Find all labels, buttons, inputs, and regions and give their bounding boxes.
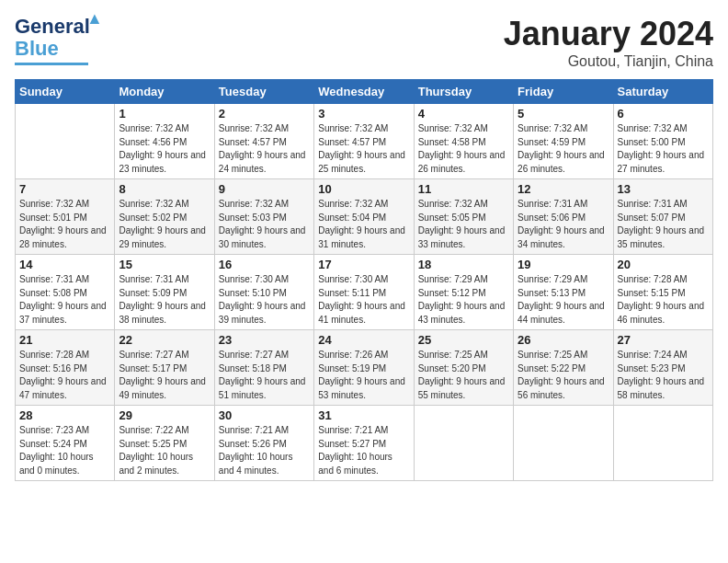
day-info: Sunrise: 7:32 AM Sunset: 5:03 PM Dayligh… [219,198,310,251]
day-cell: 10Sunrise: 7:32 AM Sunset: 5:04 PM Dayli… [314,179,414,255]
day-cell: 27Sunrise: 7:24 AM Sunset: 5:23 PM Dayli… [613,330,712,406]
day-number: 6 [618,107,709,121]
day-cell [514,406,613,481]
column-header-tuesday: Tuesday [214,80,313,104]
day-cell [414,406,513,481]
day-number: 16 [219,258,310,271]
day-info: Sunrise: 7:27 AM Sunset: 5:18 PM Dayligh… [219,349,310,402]
day-number: 27 [618,333,709,347]
day-info: Sunrise: 7:30 AM Sunset: 5:11 PM Dayligh… [318,273,409,327]
day-cell: 14Sunrise: 7:31 AM Sunset: 5:08 PM Dayli… [16,255,115,330]
day-number: 4 [418,107,509,121]
day-info: Sunrise: 7:32 AM Sunset: 4:58 PM Dayligh… [418,122,509,176]
day-info: Sunrise: 7:32 AM Sunset: 4:57 PM Dayligh… [219,122,310,176]
column-header-sunday: Sunday [16,80,115,104]
day-cell: 3Sunrise: 7:32 AM Sunset: 4:57 PM Daylig… [314,104,414,179]
day-info: Sunrise: 7:30 AM Sunset: 5:10 PM Dayligh… [219,273,310,327]
day-number: 20 [618,258,709,271]
day-number: 1 [119,107,210,121]
day-info: Sunrise: 7:29 AM Sunset: 5:12 PM Dayligh… [418,273,509,327]
day-number: 7 [19,182,110,196]
location: Goutou, Tianjin, China [504,53,713,70]
day-cell: 11Sunrise: 7:32 AM Sunset: 5:05 PM Dayli… [414,179,513,255]
column-header-wednesday: Wednesday [314,80,414,104]
day-cell: 17Sunrise: 7:30 AM Sunset: 5:11 PM Dayli… [314,255,414,330]
header: General ▲ Blue January 2024 Goutou, Tian… [15,15,713,70]
day-cell: 5Sunrise: 7:32 AM Sunset: 4:59 PM Daylig… [514,104,613,179]
day-info: Sunrise: 7:31 AM Sunset: 5:06 PM Dayligh… [518,198,609,251]
day-info: Sunrise: 7:32 AM Sunset: 5:05 PM Dayligh… [418,198,509,251]
day-number: 22 [119,333,210,347]
week-row-2: 7Sunrise: 7:32 AM Sunset: 5:01 PM Daylig… [16,179,713,255]
column-header-thursday: Thursday [414,80,513,104]
logo-underline [15,63,88,65]
day-info: Sunrise: 7:32 AM Sunset: 5:01 PM Dayligh… [19,198,110,251]
week-row-4: 21Sunrise: 7:28 AM Sunset: 5:16 PM Dayli… [16,330,713,406]
day-number: 18 [418,258,509,271]
day-cell: 21Sunrise: 7:28 AM Sunset: 5:16 PM Dayli… [16,330,115,406]
day-number: 31 [318,408,409,422]
week-row-3: 14Sunrise: 7:31 AM Sunset: 5:08 PM Dayli… [16,255,713,330]
day-number: 29 [119,408,210,422]
day-cell: 9Sunrise: 7:32 AM Sunset: 5:03 PM Daylig… [214,179,313,255]
column-header-friday: Friday [514,80,613,104]
logo-general: General [15,15,90,38]
day-cell: 26Sunrise: 7:25 AM Sunset: 5:22 PM Dayli… [514,330,613,406]
logo: General ▲ Blue [15,15,90,65]
day-number: 24 [318,333,409,347]
day-info: Sunrise: 7:23 AM Sunset: 5:24 PM Dayligh… [19,424,110,477]
day-info: Sunrise: 7:32 AM Sunset: 4:56 PM Dayligh… [119,122,210,176]
day-info: Sunrise: 7:24 AM Sunset: 5:23 PM Dayligh… [618,349,709,402]
day-info: Sunrise: 7:28 AM Sunset: 5:15 PM Dayligh… [618,273,709,327]
day-info: Sunrise: 7:25 AM Sunset: 5:20 PM Dayligh… [418,349,509,402]
day-number: 13 [618,182,709,196]
logo-blue: Blue [15,37,59,61]
day-info: Sunrise: 7:32 AM Sunset: 5:02 PM Dayligh… [119,198,210,251]
day-cell: 25Sunrise: 7:25 AM Sunset: 5:20 PM Dayli… [414,330,513,406]
day-number: 11 [418,182,509,196]
day-number: 30 [219,408,310,422]
day-number: 15 [119,258,210,271]
day-cell: 8Sunrise: 7:32 AM Sunset: 5:02 PM Daylig… [115,179,214,255]
calendar-container: General ▲ Blue January 2024 Goutou, Tian… [0,0,728,488]
day-number: 19 [518,258,609,271]
day-cell: 23Sunrise: 7:27 AM Sunset: 5:18 PM Dayli… [214,330,313,406]
day-info: Sunrise: 7:32 AM Sunset: 4:57 PM Dayligh… [318,122,409,176]
day-cell [613,406,712,481]
week-row-5: 28Sunrise: 7:23 AM Sunset: 5:24 PM Dayli… [16,406,713,481]
day-cell: 19Sunrise: 7:29 AM Sunset: 5:13 PM Dayli… [514,255,613,330]
day-number: 3 [318,107,409,121]
day-number: 23 [219,333,310,347]
day-cell: 20Sunrise: 7:28 AM Sunset: 5:15 PM Dayli… [613,255,712,330]
calendar-table: SundayMondayTuesdayWednesdayThursdayFrid… [15,79,713,481]
logo-bird-icon: ▲ [86,9,103,29]
day-number: 25 [418,333,509,347]
day-number: 10 [318,182,409,196]
day-number: 9 [219,182,310,196]
day-number: 14 [19,258,110,271]
day-number: 17 [318,258,409,271]
day-number: 12 [518,182,609,196]
day-cell: 18Sunrise: 7:29 AM Sunset: 5:12 PM Dayli… [414,255,513,330]
day-cell: 4Sunrise: 7:32 AM Sunset: 4:58 PM Daylig… [414,104,513,179]
day-number: 21 [19,333,110,347]
day-info: Sunrise: 7:32 AM Sunset: 5:00 PM Dayligh… [618,122,709,176]
day-info: Sunrise: 7:21 AM Sunset: 5:27 PM Dayligh… [318,424,409,477]
day-cell: 2Sunrise: 7:32 AM Sunset: 4:57 PM Daylig… [214,104,313,179]
day-info: Sunrise: 7:31 AM Sunset: 5:09 PM Dayligh… [119,273,210,327]
day-info: Sunrise: 7:32 AM Sunset: 4:59 PM Dayligh… [518,122,609,176]
day-info: Sunrise: 7:26 AM Sunset: 5:19 PM Dayligh… [318,349,409,402]
day-cell: 13Sunrise: 7:31 AM Sunset: 5:07 PM Dayli… [613,179,712,255]
day-cell: 6Sunrise: 7:32 AM Sunset: 5:00 PM Daylig… [613,104,712,179]
day-cell: 24Sunrise: 7:26 AM Sunset: 5:19 PM Dayli… [314,330,414,406]
day-info: Sunrise: 7:27 AM Sunset: 5:17 PM Dayligh… [119,349,210,402]
title-area: January 2024 Goutou, Tianjin, China [504,15,713,70]
column-header-saturday: Saturday [613,80,712,104]
day-cell [16,104,115,179]
day-cell: 22Sunrise: 7:27 AM Sunset: 5:17 PM Dayli… [115,330,214,406]
column-header-monday: Monday [115,80,214,104]
day-number: 5 [518,107,609,121]
month-title: January 2024 [504,15,713,53]
day-cell: 28Sunrise: 7:23 AM Sunset: 5:24 PM Dayli… [16,406,115,481]
day-info: Sunrise: 7:29 AM Sunset: 5:13 PM Dayligh… [518,273,609,327]
